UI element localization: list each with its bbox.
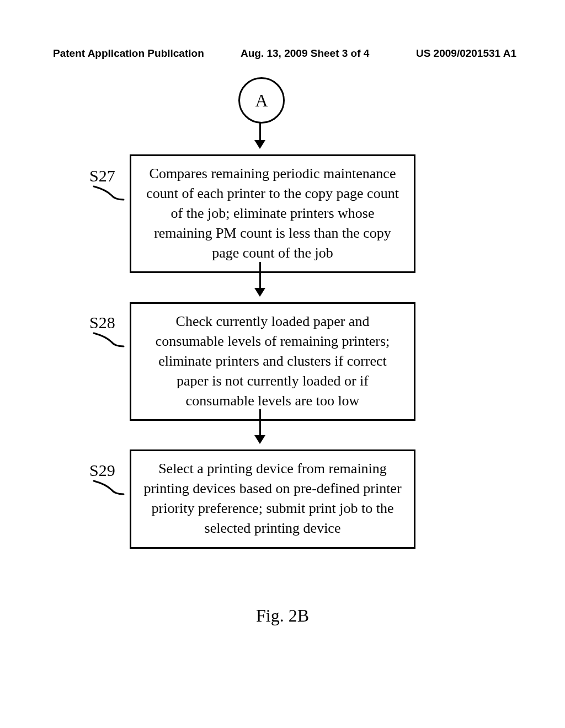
arrow-a-to-s27 — [259, 122, 261, 147]
flowchart: A S27 Compares remaining periodic mainte… — [0, 72, 565, 623]
step-box-s28: Check currently loaded paper and consuma… — [130, 302, 415, 421]
step-label-s29: S29 — [89, 461, 115, 480]
figure-caption: Fig. 2B — [0, 606, 565, 626]
patent-page: Patent Application Publication Aug. 13, … — [0, 0, 565, 728]
step-id-s28: S28 — [89, 313, 115, 332]
header-left: Patent Application Publication — [53, 47, 204, 60]
arrow-s27-to-s28 — [259, 262, 261, 295]
step-label-s27: S27 — [89, 167, 115, 185]
step-text-s29: Select a printing device from remaining … — [143, 461, 401, 536]
callout-bracket-icon — [93, 332, 126, 349]
callout-bracket-icon — [93, 480, 126, 496]
step-id-s27: S27 — [89, 167, 115, 185]
step-box-s29: Select a printing device from remaining … — [130, 449, 415, 549]
header-center: Aug. 13, 2009 Sheet 3 of 4 — [241, 47, 369, 60]
step-id-s29: S29 — [89, 461, 115, 480]
callout-bracket-icon — [93, 185, 126, 202]
step-text-s28: Check currently loaded paper and consuma… — [156, 313, 390, 409]
header-right: US 2009/0201531 A1 — [416, 47, 516, 60]
step-text-s27: Compares remaining periodic maintenance … — [146, 165, 399, 261]
step-box-s27: Compares remaining periodic maintenance … — [130, 154, 415, 273]
page-header: Patent Application Publication Aug. 13, … — [53, 47, 516, 60]
arrow-s28-to-s29 — [259, 409, 261, 442]
connector-label: A — [255, 90, 268, 111]
connector-circle-a: A — [238, 77, 285, 124]
step-label-s28: S28 — [89, 313, 115, 332]
